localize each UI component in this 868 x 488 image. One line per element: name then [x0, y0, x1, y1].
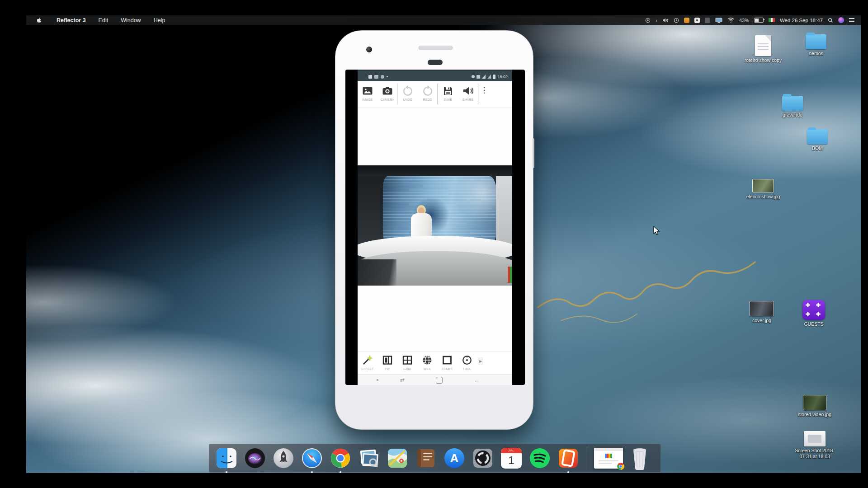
- frame-icon: [441, 354, 453, 366]
- effect-button[interactable]: EFFECT: [358, 354, 377, 371]
- camera-button[interactable]: CAMERA: [377, 85, 397, 101]
- nav-back-icon[interactable]: ⇄: [400, 377, 405, 383]
- apple-menu-icon[interactable]: [36, 17, 42, 23]
- dock-reflector-3[interactable]: [557, 446, 580, 470]
- nav-home-icon[interactable]: [436, 377, 443, 384]
- desktop-icon-document[interactable]: roteiro show copy: [744, 35, 782, 63]
- menu-edit[interactable]: Edit: [92, 17, 115, 23]
- dock-maps[interactable]: [386, 446, 409, 470]
- grid-icon: [401, 354, 413, 366]
- alarm-icon: [472, 75, 475, 78]
- letterbox-right: [861, 0, 868, 488]
- toolbar-scroll-more[interactable]: ▸: [478, 357, 483, 365]
- capture-app-icon[interactable]: [694, 18, 700, 23]
- phone-speaker: [419, 46, 453, 50]
- studio-right-wall: [496, 176, 512, 247]
- dock-trash[interactable]: [628, 446, 651, 470]
- image-icon: [362, 85, 373, 97]
- photo-editor-app: 18:02 IMAGE: [358, 70, 512, 385]
- desktop-icon-folder-bom[interactable]: BOM: [802, 127, 833, 151]
- spotlight-icon[interactable]: [828, 18, 833, 23]
- image-button[interactable]: IMAGE: [358, 85, 377, 101]
- image-thumbnail: [750, 301, 774, 316]
- dock: A JUL 1: [209, 444, 661, 473]
- web-button[interactable]: WEB: [417, 354, 437, 371]
- desktop-icon-folder-demos[interactable]: demos: [800, 32, 832, 56]
- menu-help[interactable]: Help: [147, 17, 172, 23]
- split-square-icon: [382, 354, 393, 366]
- menu-window[interactable]: Window: [114, 17, 147, 23]
- pip-button[interactable]: PIP: [377, 354, 397, 371]
- grid-button[interactable]: GRID: [397, 354, 417, 371]
- undo-button[interactable]: UNDO: [398, 85, 418, 101]
- document-icon: [755, 35, 771, 56]
- timer-icon[interactable]: [674, 18, 679, 23]
- dock-contacts[interactable]: [414, 446, 438, 470]
- desktop-icon-label: demos: [800, 51, 832, 56]
- android-clock: 18:02: [497, 75, 508, 79]
- desktop-icon-image-elenco[interactable]: elenco show.jpg: [743, 179, 783, 200]
- folder-icon: [782, 96, 803, 111]
- dock-app-store[interactable]: A: [443, 446, 466, 470]
- dock-safari[interactable]: [300, 446, 324, 470]
- mouse-cursor: [653, 226, 660, 236]
- river-delta-detail: [533, 253, 769, 343]
- desktop-icon-label: Screen Shot 2018-07-31 at 18.03: [794, 448, 835, 460]
- frame-button[interactable]: FRAME: [437, 354, 457, 371]
- sync-icon: [476, 75, 480, 79]
- redo-button[interactable]: REDO: [418, 85, 438, 101]
- phone-screen: 18:02 IMAGE: [345, 70, 525, 385]
- save-button[interactable]: SAVE: [438, 85, 458, 101]
- tool-button[interactable]: TOOL: [457, 354, 477, 371]
- dock-calendar[interactable]: JUL 1: [500, 446, 523, 470]
- edited-video-frame[interactable]: [358, 165, 512, 286]
- record-icon[interactable]: [645, 18, 651, 23]
- mirrored-phone: 18:02 IMAGE: [335, 30, 533, 430]
- dock-launchpad[interactable]: [272, 446, 295, 470]
- desktop-icon-image-cover[interactable]: cover.jpg: [745, 301, 778, 324]
- desktop-icon-label: roteiro show copy: [744, 57, 782, 63]
- dial-icon: [461, 354, 473, 366]
- minimized-window-thumbnail: [594, 448, 623, 469]
- folder-icon: [807, 129, 828, 144]
- battery-percent: 43%: [739, 18, 749, 23]
- menu-clock[interactable]: Wed 26 Sep 18:47: [780, 18, 823, 23]
- calendar-icon: JUL 1: [501, 448, 522, 469]
- dock-spotify[interactable]: [528, 446, 552, 470]
- battery-icon: [754, 18, 764, 23]
- notification-icon: [381, 75, 384, 79]
- overflow-menu-button[interactable]: ⋮: [478, 86, 490, 94]
- phone-sensor-pill: [428, 60, 443, 65]
- dock-finder[interactable]: [215, 446, 238, 470]
- dock-chrome[interactable]: [329, 446, 352, 470]
- letterbox-left: [0, 0, 26, 488]
- desktop-icon-label: GUESTS: [798, 321, 829, 327]
- notification-center-icon[interactable]: [849, 17, 854, 23]
- phone-side-button: [533, 138, 534, 168]
- dock-obs[interactable]: [471, 446, 495, 470]
- desktop-icon-guests[interactable]: GUESTS: [798, 300, 829, 327]
- save-icon: [442, 85, 454, 97]
- desktop-icon-folder-gravando[interactable]: gravando: [777, 93, 808, 118]
- share-button[interactable]: SHARE: [458, 85, 478, 101]
- chrome-badge-icon: [617, 462, 625, 470]
- dock-minimized-window[interactable]: [594, 446, 623, 470]
- desktop-icon-screenshot[interactable]: Screen Shot 2018-07-31 at 18.03: [794, 431, 835, 460]
- wifi-icon[interactable]: [727, 18, 734, 23]
- letterbox-bottom: [0, 473, 868, 488]
- input-flag-italy-icon[interactable]: [769, 18, 775, 22]
- phone-camera-dot: [366, 47, 372, 52]
- image-thumbnail: [803, 395, 826, 410]
- menu-app-name[interactable]: Reflector 3: [50, 17, 92, 23]
- orange-app-icon[interactable]: [684, 18, 689, 23]
- nav-arrow-icon[interactable]: ←: [474, 377, 480, 384]
- dock-preview[interactable]: [357, 446, 381, 470]
- editor-top-toolbar: IMAGE CAMERA: [358, 81, 512, 108]
- display-mirroring-icon[interactable]: [715, 18, 722, 23]
- playback-icon[interactable]: ›: [656, 18, 657, 23]
- siri-icon[interactable]: [838, 17, 844, 23]
- volume-icon[interactable]: [662, 18, 669, 23]
- keyboard-icon[interactable]: [705, 18, 710, 23]
- dock-siri[interactable]: [243, 446, 267, 470]
- desktop-icon-image-stored[interactable]: stored video.jpg: [794, 395, 835, 418]
